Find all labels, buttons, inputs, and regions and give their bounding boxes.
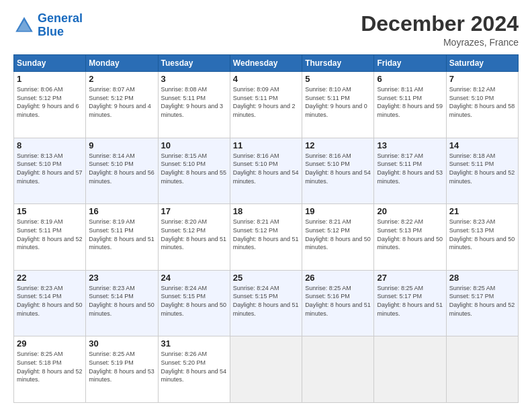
- day-info: Sunrise: 8:24 AMSunset: 5:15 PMDaylight:…: [161, 284, 227, 318]
- day-number: 16: [89, 206, 154, 216]
- day-number: 5: [305, 74, 371, 84]
- day-number: 20: [377, 206, 443, 216]
- logo: General Blue: [13, 12, 83, 39]
- day-info: Sunrise: 8:23 AMSunset: 5:14 PMDaylight:…: [17, 284, 83, 318]
- day-cell-17: 17Sunrise: 8:20 AMSunset: 5:12 PMDayligh…: [158, 204, 230, 271]
- empty-cell: [446, 336, 518, 403]
- day-cell-3: 3Sunrise: 8:08 AMSunset: 5:11 PMDaylight…: [158, 72, 230, 138]
- day-info: Sunrise: 8:07 AMSunset: 5:12 PMDaylight:…: [89, 85, 154, 119]
- day-info: Sunrise: 8:10 AMSunset: 5:11 PMDaylight:…: [305, 85, 371, 119]
- col-header-monday: Monday: [86, 55, 158, 72]
- empty-cell: [374, 336, 446, 403]
- day-info: Sunrise: 8:25 AMSunset: 5:16 PMDaylight:…: [305, 284, 371, 318]
- day-info: Sunrise: 8:25 AMSunset: 5:17 PMDaylight:…: [449, 284, 515, 318]
- day-cell-31: 31Sunrise: 8:26 AMSunset: 5:20 PMDayligh…: [158, 336, 230, 403]
- day-cell-18: 18Sunrise: 8:21 AMSunset: 5:12 PMDayligh…: [230, 204, 302, 271]
- day-number: 22: [17, 273, 83, 283]
- logo-text: General Blue: [38, 12, 83, 39]
- day-number: 6: [377, 74, 443, 84]
- day-number: 29: [17, 338, 83, 349]
- day-number: 15: [17, 206, 83, 216]
- day-info: Sunrise: 8:08 AMSunset: 5:11 PMDaylight:…: [161, 85, 227, 119]
- day-number: 30: [89, 338, 154, 349]
- day-info: Sunrise: 8:22 AMSunset: 5:13 PMDaylight:…: [377, 218, 443, 251]
- header: General Blue December 2024 Moyrazes, Fra…: [13, 12, 519, 48]
- day-info: Sunrise: 8:19 AMSunset: 5:11 PMDaylight:…: [89, 218, 154, 251]
- day-number: 25: [233, 273, 299, 283]
- col-header-wednesday: Wednesday: [230, 55, 302, 72]
- day-cell-1: 1Sunrise: 8:06 AMSunset: 5:12 PMDaylight…: [14, 72, 86, 138]
- day-info: Sunrise: 8:16 AMSunset: 5:10 PMDaylight:…: [233, 152, 299, 185]
- day-info: Sunrise: 8:18 AMSunset: 5:11 PMDaylight:…: [449, 152, 515, 185]
- day-info: Sunrise: 8:06 AMSunset: 5:12 PMDaylight:…: [17, 85, 83, 119]
- day-number: 21: [449, 206, 515, 216]
- day-number: 23: [89, 273, 154, 283]
- day-number: 2: [89, 74, 154, 84]
- day-info: Sunrise: 8:16 AMSunset: 5:10 PMDaylight:…: [305, 152, 371, 185]
- day-info: Sunrise: 8:25 AMSunset: 5:18 PMDaylight:…: [17, 350, 83, 383]
- col-header-tuesday: Tuesday: [158, 55, 230, 72]
- day-info: Sunrise: 8:25 AMSunset: 5:17 PMDaylight:…: [377, 284, 443, 318]
- day-info: Sunrise: 8:11 AMSunset: 5:11 PMDaylight:…: [377, 85, 443, 119]
- day-number: 10: [161, 140, 227, 150]
- calendar-table: SundayMondayTuesdayWednesdayThursdayFrid…: [13, 54, 519, 403]
- day-number: 17: [161, 206, 227, 216]
- day-number: 3: [161, 74, 227, 84]
- day-cell-16: 16Sunrise: 8:19 AMSunset: 5:11 PMDayligh…: [86, 204, 158, 271]
- title-area: December 2024 Moyrazes, France: [361, 12, 519, 48]
- day-cell-15: 15Sunrise: 8:19 AMSunset: 5:11 PMDayligh…: [14, 204, 86, 271]
- day-cell-22: 22Sunrise: 8:23 AMSunset: 5:14 PMDayligh…: [14, 270, 86, 336]
- day-cell-28: 28Sunrise: 8:25 AMSunset: 5:17 PMDayligh…: [446, 270, 518, 336]
- day-number: 28: [449, 273, 515, 283]
- day-number: 1: [17, 74, 83, 84]
- day-cell-24: 24Sunrise: 8:24 AMSunset: 5:15 PMDayligh…: [158, 270, 230, 336]
- day-cell-23: 23Sunrise: 8:23 AMSunset: 5:14 PMDayligh…: [86, 270, 158, 336]
- day-cell-20: 20Sunrise: 8:22 AMSunset: 5:13 PMDayligh…: [374, 204, 446, 271]
- logo-icon: [13, 15, 35, 36]
- day-info: Sunrise: 8:20 AMSunset: 5:12 PMDaylight:…: [161, 218, 227, 251]
- day-info: Sunrise: 8:21 AMSunset: 5:12 PMDaylight:…: [233, 218, 299, 251]
- day-info: Sunrise: 8:26 AMSunset: 5:20 PMDaylight:…: [161, 350, 227, 383]
- day-info: Sunrise: 8:21 AMSunset: 5:12 PMDaylight:…: [305, 218, 371, 251]
- day-cell-6: 6Sunrise: 8:11 AMSunset: 5:11 PMDaylight…: [374, 72, 446, 138]
- day-info: Sunrise: 8:09 AMSunset: 5:11 PMDaylight:…: [233, 85, 299, 119]
- day-number: 26: [305, 273, 371, 283]
- day-info: Sunrise: 8:12 AMSunset: 5:10 PMDaylight:…: [449, 85, 515, 119]
- day-info: Sunrise: 8:23 AMSunset: 5:13 PMDaylight:…: [449, 218, 515, 251]
- day-cell-12: 12Sunrise: 8:16 AMSunset: 5:10 PMDayligh…: [302, 138, 374, 204]
- day-cell-9: 9Sunrise: 8:14 AMSunset: 5:10 PMDaylight…: [86, 138, 158, 204]
- day-info: Sunrise: 8:19 AMSunset: 5:11 PMDaylight:…: [17, 218, 83, 251]
- day-cell-25: 25Sunrise: 8:24 AMSunset: 5:15 PMDayligh…: [230, 270, 302, 336]
- day-cell-10: 10Sunrise: 8:15 AMSunset: 5:10 PMDayligh…: [158, 138, 230, 204]
- day-cell-7: 7Sunrise: 8:12 AMSunset: 5:10 PMDaylight…: [446, 72, 518, 138]
- day-number: 24: [161, 273, 227, 283]
- day-number: 4: [233, 74, 299, 84]
- day-cell-21: 21Sunrise: 8:23 AMSunset: 5:13 PMDayligh…: [446, 204, 518, 271]
- day-cell-5: 5Sunrise: 8:10 AMSunset: 5:11 PMDaylight…: [302, 72, 374, 138]
- day-info: Sunrise: 8:24 AMSunset: 5:15 PMDaylight:…: [233, 284, 299, 318]
- day-info: Sunrise: 8:25 AMSunset: 5:19 PMDaylight:…: [89, 350, 154, 383]
- day-cell-13: 13Sunrise: 8:17 AMSunset: 5:11 PMDayligh…: [374, 138, 446, 204]
- day-cell-27: 27Sunrise: 8:25 AMSunset: 5:17 PMDayligh…: [374, 270, 446, 336]
- day-number: 27: [377, 273, 443, 283]
- day-cell-29: 29Sunrise: 8:25 AMSunset: 5:18 PMDayligh…: [14, 336, 86, 403]
- day-cell-8: 8Sunrise: 8:13 AMSunset: 5:10 PMDaylight…: [14, 138, 86, 204]
- col-header-friday: Friday: [374, 55, 446, 72]
- day-number: 19: [305, 206, 371, 216]
- day-info: Sunrise: 8:15 AMSunset: 5:10 PMDaylight:…: [161, 152, 227, 185]
- empty-cell: [230, 336, 302, 403]
- day-cell-11: 11Sunrise: 8:16 AMSunset: 5:10 PMDayligh…: [230, 138, 302, 204]
- empty-cell: [302, 336, 374, 403]
- day-info: Sunrise: 8:14 AMSunset: 5:10 PMDaylight:…: [89, 152, 154, 185]
- day-info: Sunrise: 8:23 AMSunset: 5:14 PMDaylight:…: [89, 284, 154, 318]
- day-cell-4: 4Sunrise: 8:09 AMSunset: 5:11 PMDaylight…: [230, 72, 302, 138]
- location: Moyrazes, France: [361, 37, 519, 48]
- day-number: 7: [449, 74, 515, 84]
- day-cell-19: 19Sunrise: 8:21 AMSunset: 5:12 PMDayligh…: [302, 204, 374, 271]
- day-cell-2: 2Sunrise: 8:07 AMSunset: 5:12 PMDaylight…: [86, 72, 158, 138]
- day-number: 12: [305, 140, 371, 150]
- day-number: 14: [449, 140, 515, 150]
- month-title: December 2024: [361, 12, 519, 36]
- day-number: 9: [89, 140, 154, 150]
- col-header-saturday: Saturday: [446, 55, 518, 72]
